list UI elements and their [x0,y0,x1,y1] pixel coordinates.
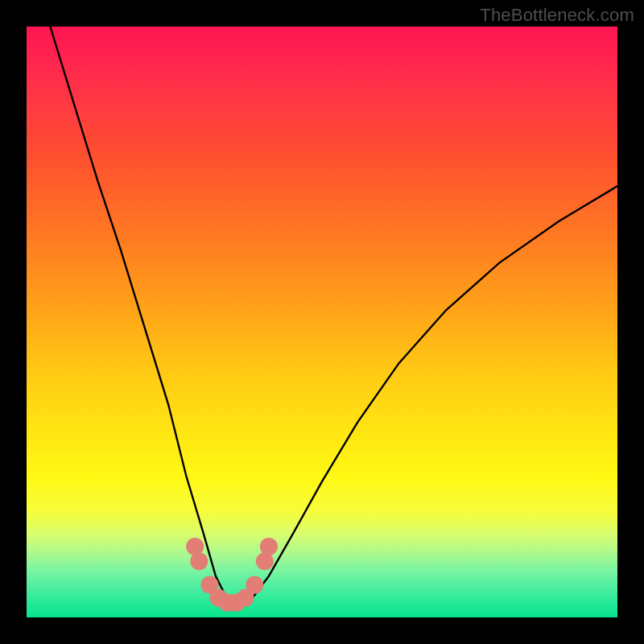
highlight-dot [186,538,204,555]
highlight-dot [256,552,274,570]
highlight-dot [260,538,278,555]
bottleneck-curve [50,27,617,605]
watermark-text: TheBottleneck.com [480,5,634,26]
highlight-dots [186,538,278,612]
highlight-dot [190,552,208,570]
highlight-dot [246,576,263,594]
curve-layer [27,27,617,617]
plot-area [27,27,617,617]
chart-frame: TheBottleneck.com [0,0,644,644]
